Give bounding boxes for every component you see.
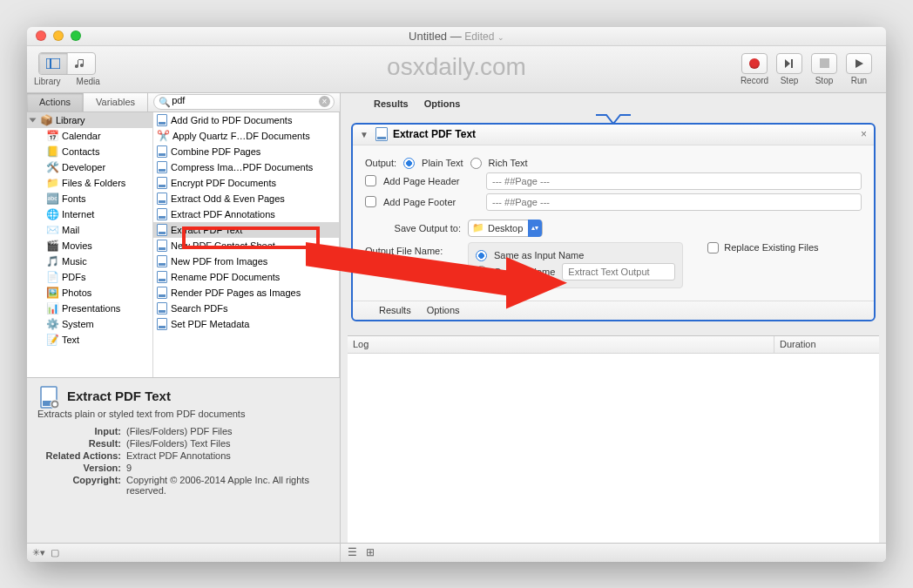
library-toggle[interactable] bbox=[39, 53, 67, 74]
category-label: Mail bbox=[62, 225, 79, 235]
workflow-canvas[interactable]: Results Options ▼ Extract PDF Text × bbox=[341, 93, 886, 328]
media-toggle[interactable] bbox=[67, 53, 95, 74]
action-header[interactable]: ▼ Extract PDF Text × bbox=[353, 125, 874, 145]
action-item[interactable]: Extract Odd & Even Pages bbox=[153, 191, 339, 206]
action-item-selected[interactable]: Extract PDF Text bbox=[153, 222, 339, 238]
action-item[interactable]: ✂️Apply Quartz F…DF Documents bbox=[153, 128, 339, 144]
action-item[interactable]: Compress Ima…PDF Documents bbox=[153, 159, 339, 175]
save-location-value: Desktop bbox=[488, 223, 523, 233]
remove-action-button[interactable]: × bbox=[861, 128, 867, 140]
dropdown-arrows-icon: ▴▾ bbox=[528, 220, 542, 237]
category-label: Movies bbox=[62, 240, 92, 251]
action-item[interactable]: Encrypt PDF Documents bbox=[153, 175, 339, 191]
checkbox-replace-existing[interactable] bbox=[707, 242, 719, 253]
action-item[interactable]: Extract PDF Annotations bbox=[153, 206, 339, 222]
zoom-window-button[interactable] bbox=[71, 30, 81, 41]
radio-same-name[interactable] bbox=[476, 250, 487, 261]
view-mode-grid-icon[interactable]: ⊞ bbox=[366, 546, 375, 558]
action-item[interactable]: Search PDFs bbox=[153, 301, 339, 316]
category-item[interactable]: ✉️Mail bbox=[27, 222, 152, 238]
category-item[interactable]: 🛠️Developer bbox=[27, 159, 152, 175]
system-icon: ⚙️ bbox=[46, 318, 58, 330]
radio-custom-name[interactable] bbox=[476, 266, 487, 277]
category-item[interactable]: 🎵Music bbox=[27, 253, 152, 269]
category-item[interactable]: 📅Calendar bbox=[27, 128, 152, 144]
footer-text-input[interactable] bbox=[486, 193, 862, 211]
category-item[interactable]: 📁Files & Folders bbox=[27, 175, 152, 191]
disclosure-triangle-icon[interactable]: ▼ bbox=[360, 130, 369, 139]
gear-menu-icon[interactable]: ✳︎▾ bbox=[32, 547, 45, 558]
info-copyright: Copyright:Copyright © 2006-2014 Apple In… bbox=[37, 475, 329, 496]
info-icon bbox=[37, 385, 62, 409]
workflow-action-extract-pdf-text[interactable]: ▼ Extract PDF Text × Output: Plain Text … bbox=[351, 123, 876, 321]
action-item[interactable]: Combine PDF Pages bbox=[153, 144, 339, 159]
category-item[interactable]: 📒Contacts bbox=[27, 144, 152, 159]
custom-name-label: Custom Name bbox=[494, 267, 555, 277]
run-button[interactable] bbox=[846, 53, 872, 74]
action-results-tab[interactable]: Results bbox=[379, 305, 411, 315]
action-label: Extract PDF Text bbox=[171, 225, 242, 235]
library-tabs: Actions Variables 🔍 pdf × bbox=[27, 93, 340, 112]
record-button[interactable] bbox=[741, 53, 768, 74]
action-item[interactable]: New PDF from Images bbox=[153, 253, 339, 269]
run-label: Run bbox=[851, 76, 867, 85]
custom-name-input[interactable] bbox=[562, 263, 675, 280]
category-list[interactable]: 📦Library 📅Calendar 📒Contacts 🛠️Developer… bbox=[27, 112, 153, 377]
radio-rich-text[interactable] bbox=[470, 158, 482, 169]
category-item[interactable]: 🎬Movies bbox=[27, 238, 152, 253]
action-options-tab[interactable]: Options bbox=[427, 305, 460, 315]
view-mode-list-icon[interactable]: ☰ bbox=[348, 546, 357, 558]
tab-actions[interactable]: Actions bbox=[27, 93, 84, 112]
search-field[interactable]: 🔍 pdf × bbox=[153, 94, 335, 110]
add-header-label: Add Page Header bbox=[383, 176, 479, 186]
close-window-button[interactable] bbox=[36, 30, 46, 41]
save-to-label: Save Output to: bbox=[365, 223, 461, 233]
plain-text-label: Plain Text bbox=[422, 158, 463, 168]
stop-label: Stop bbox=[815, 76, 834, 85]
action-label: Add Grid to PDF Documents bbox=[171, 115, 292, 125]
duration-column[interactable]: Duration bbox=[774, 336, 879, 353]
category-item[interactable]: 📄PDFs bbox=[27, 269, 152, 285]
step-button[interactable] bbox=[776, 53, 802, 74]
toggle-info-button[interactable]: ▢ bbox=[51, 547, 59, 558]
tab-variables[interactable]: Variables bbox=[84, 93, 148, 112]
add-footer-label: Add Page Footer bbox=[383, 197, 479, 207]
action-item[interactable]: Rename PDF Documents bbox=[153, 269, 339, 285]
record-icon bbox=[749, 58, 760, 69]
checkbox-add-header[interactable] bbox=[365, 175, 376, 186]
options-tab[interactable]: Options bbox=[424, 98, 461, 109]
category-item[interactable]: 🖼️Photos bbox=[27, 285, 152, 301]
category-library[interactable]: 📦Library bbox=[27, 112, 152, 128]
minimize-window-button[interactable] bbox=[53, 30, 64, 41]
action-item[interactable]: New PDF Contact Sheet bbox=[153, 238, 339, 253]
stop-button[interactable] bbox=[811, 53, 837, 74]
category-item[interactable]: 📊Presentations bbox=[27, 301, 152, 316]
disclosure-triangle-icon[interactable] bbox=[30, 118, 37, 122]
action-label: Extract Odd & Even Pages bbox=[171, 193, 285, 204]
category-label: Library bbox=[56, 115, 85, 125]
svg-rect-0 bbox=[46, 58, 51, 69]
checkbox-add-footer[interactable] bbox=[365, 196, 376, 207]
action-item[interactable]: Render PDF Pages as Images bbox=[153, 285, 339, 301]
results-tab[interactable]: Results bbox=[374, 98, 409, 109]
category-item[interactable]: 🔤Fonts bbox=[27, 191, 152, 206]
category-item[interactable]: ⚙️System bbox=[27, 316, 152, 332]
output-format-row: Output: Plain Text Rich Text bbox=[365, 158, 862, 169]
clear-search-button[interactable]: × bbox=[319, 96, 330, 107]
svg-point-6 bbox=[53, 402, 57, 406]
action-item[interactable]: Add Grid to PDF Documents bbox=[153, 112, 339, 128]
action-item[interactable]: Set PDF Metadata bbox=[153, 316, 339, 332]
title-menu-chevron-icon[interactable]: ⌄ bbox=[497, 33, 504, 42]
log-column[interactable]: Log bbox=[348, 336, 774, 353]
category-item[interactable]: 🌐Internet bbox=[27, 206, 152, 222]
pdf-action-icon bbox=[157, 302, 167, 314]
radio-plain-text[interactable] bbox=[403, 158, 415, 169]
action-label: Compress Ima…PDF Documents bbox=[171, 162, 313, 172]
header-row: Add Page Header bbox=[365, 172, 862, 190]
header-text-input[interactable] bbox=[486, 172, 862, 190]
category-item[interactable]: 📝Text bbox=[27, 332, 152, 348]
log-body bbox=[348, 354, 879, 543]
action-info: Extract PDF Text Extracts plain or style… bbox=[27, 377, 340, 543]
actions-list[interactable]: Add Grid to PDF Documents ✂️Apply Quartz… bbox=[153, 112, 340, 377]
save-location-dropdown[interactable]: 📁 Desktop ▴▾ bbox=[468, 220, 543, 237]
